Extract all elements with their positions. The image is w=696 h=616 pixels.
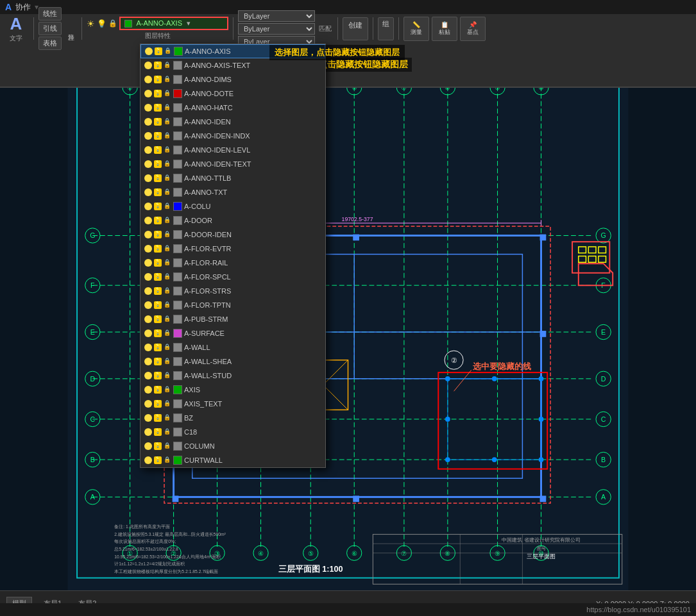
layer-item[interactable]: 💡🔒AXIS_TEXT xyxy=(140,397,325,411)
lock-icon[interactable]: 🔒 xyxy=(164,301,171,309)
sun-icon[interactable] xyxy=(144,442,152,450)
layer-item[interactable]: 💡🔒A-ANNO-IDEN-TEXT xyxy=(140,157,325,171)
lamp-icon[interactable]: 💡 xyxy=(154,217,162,224)
layer-item[interactable]: 💡🔒A-DOOR-IDEN xyxy=(140,228,325,242)
lamp-icon-1[interactable]: 💡 xyxy=(97,19,106,28)
sun-icon[interactable] xyxy=(144,372,152,379)
lamp-icon[interactable]: 💡 xyxy=(154,344,162,351)
layer-item[interactable]: 💡🔒A-ANNO-IDEN-LEVL xyxy=(140,143,325,157)
layer-item[interactable]: 💡🔒A-ANNO-TXT xyxy=(140,185,325,199)
lock-icon[interactable]: 🔒 xyxy=(164,400,171,408)
lamp-icon[interactable]: 💡 xyxy=(154,456,162,464)
layer-item[interactable]: 💡🔒CURTWALL xyxy=(140,453,325,467)
lock-icon[interactable]: 🔒 xyxy=(164,104,171,112)
sun-icon[interactable] xyxy=(144,245,152,253)
sun-icon[interactable] xyxy=(144,273,152,281)
lamp-icon[interactable]: 💡 xyxy=(154,273,162,281)
sun-icon[interactable] xyxy=(144,104,152,112)
lamp-icon[interactable]: 💡 xyxy=(154,62,162,69)
lock-icon[interactable]: 🔒 xyxy=(164,188,171,196)
sun-icon[interactable] xyxy=(144,132,152,140)
layer-item[interactable]: 💡🔒A-ANNO-AXIS xyxy=(140,44,325,58)
lock-icon[interactable]: 🔒 xyxy=(164,329,171,337)
lock-icon[interactable]: 🔒 xyxy=(164,315,171,323)
layer-item[interactable]: 💡🔒A-ANNO-IDEN xyxy=(140,115,325,129)
lock-icon[interactable]: 🔒 xyxy=(164,217,171,224)
layer-dropdown[interactable]: A-ANNO-AXIS ▾ xyxy=(119,17,228,30)
lock-icon[interactable]: 🔒 xyxy=(164,203,171,210)
layer-item[interactable]: 💡🔒A-ANNO-TTLB xyxy=(140,171,325,185)
lamp-icon[interactable]: 💡 xyxy=(154,76,162,83)
lock-icon[interactable]: 🔒 xyxy=(164,428,171,436)
create-btn[interactable]: 创建 xyxy=(343,17,368,40)
layer-item[interactable]: 💡🔒A-ANNO-AXIS-TEXT xyxy=(140,58,325,72)
paste-btn[interactable]: 📋 粘贴 xyxy=(432,17,457,41)
lock-icon[interactable]: 🔒 xyxy=(164,231,171,238)
sun-icon[interactable] xyxy=(144,146,152,154)
leader-btn[interactable]: 引线 xyxy=(38,22,62,35)
lamp-icon[interactable]: 💡 xyxy=(154,245,162,253)
sun-icon[interactable] xyxy=(144,62,152,69)
lamp-icon[interactable]: 💡 xyxy=(154,400,162,408)
sun-icon[interactable] xyxy=(144,344,152,351)
layer-item[interactable]: 💡🔒COLUMN xyxy=(140,439,325,453)
layer-item[interactable]: 💡🔒AXIS xyxy=(140,383,325,397)
lamp-icon[interactable]: 💡 xyxy=(154,90,162,97)
lamp-icon[interactable]: 💡 xyxy=(154,146,162,154)
layer-item[interactable]: 💡🔒A-PUB-STRM xyxy=(140,312,325,326)
sun-icon[interactable] xyxy=(144,315,152,323)
lock-icon[interactable]: 🔒 xyxy=(164,456,171,464)
bylayer-select-2[interactable]: ByLayer xyxy=(238,23,315,35)
base-btn[interactable]: 📌 基点 xyxy=(460,17,486,41)
layer-item[interactable]: 💡🔒A-SURFACE xyxy=(140,326,325,340)
lamp-icon[interactable]: 💡 xyxy=(154,372,162,379)
layer-item[interactable]: 💡🔒A-COLU xyxy=(140,199,325,213)
lock-icon[interactable]: 🔒 xyxy=(164,174,171,182)
layer-item[interactable]: 💡🔒A-WALL-SHEA xyxy=(140,354,325,369)
measure-btn[interactable]: 📏 测量 xyxy=(403,17,429,41)
layer-item[interactable]: 💡🔒A-FLOR-EVTR xyxy=(140,242,325,256)
lock-icon[interactable]: 🔒 xyxy=(164,118,171,126)
lock-icon[interactable]: 🔒 xyxy=(164,90,171,97)
sun-icon[interactable] xyxy=(144,259,152,267)
sun-icon[interactable] xyxy=(144,386,152,394)
sun-icon[interactable] xyxy=(144,329,152,337)
sun-icon[interactable] xyxy=(144,90,152,97)
layer-item[interactable]: 💡🔒A-FLOR-RAIL xyxy=(140,256,325,270)
lock-icon[interactable]: 🔒 xyxy=(164,442,171,450)
lamp-icon[interactable]: 💡 xyxy=(154,174,162,182)
layer-item[interactable]: 💡🔒A-ANNO-DOTE xyxy=(140,87,325,101)
layer-item[interactable]: 💡🔒A-ANNO-DIMS xyxy=(140,72,325,87)
sun-icon[interactable] xyxy=(144,414,152,422)
lock-icon[interactable]: 🔒 xyxy=(164,344,171,351)
sun-icon[interactable] xyxy=(144,287,152,295)
lock-icon[interactable]: 🔒 xyxy=(164,160,171,168)
layer-item[interactable]: 💡🔒A-FLOR-TPTN xyxy=(140,298,325,312)
lamp-icon[interactable]: 💡 xyxy=(154,358,162,365)
lock-icon[interactable]: 🔒 xyxy=(164,287,171,295)
sun-icon[interactable] xyxy=(144,203,152,210)
lock-icon-1[interactable]: 🔒 xyxy=(108,19,117,28)
sun-icon[interactable] xyxy=(144,188,152,196)
sun-icon[interactable] xyxy=(144,400,152,408)
table-btn[interactable]: 表格 xyxy=(38,37,62,50)
layer-item[interactable]: 💡🔒A-ANNO-IDEN-INDX xyxy=(140,129,325,143)
lamp-icon[interactable]: 💡 xyxy=(155,47,162,55)
layer-item[interactable]: 💡🔒A-DOOR xyxy=(140,213,325,228)
lamp-icon[interactable]: 💡 xyxy=(154,386,162,394)
lock-icon[interactable]: 🔒 xyxy=(164,245,171,253)
layer-item[interactable]: 💡🔒A-WALL xyxy=(140,340,325,354)
sun-icon[interactable] xyxy=(144,160,152,168)
layer-dropdown-wrapper[interactable]: A-ANNO-AXIS ▾ xyxy=(119,17,228,30)
layer-item[interactable]: 💡🔒BZ xyxy=(140,411,325,425)
sun-icon[interactable] xyxy=(144,358,152,365)
lock-icon[interactable]: 🔒 xyxy=(164,414,171,422)
sun-icon[interactable] xyxy=(144,428,152,436)
lamp-icon[interactable]: 💡 xyxy=(154,104,162,112)
lock-icon[interactable]: 🔒 xyxy=(164,372,171,379)
lock-icon[interactable]: 🔒 xyxy=(164,386,171,394)
lamp-icon[interactable]: 💡 xyxy=(154,414,162,422)
group-btn[interactable]: 组 xyxy=(378,17,394,40)
lamp-icon[interactable]: 💡 xyxy=(154,188,162,196)
layer-item[interactable]: 💡🔒C18 xyxy=(140,425,325,439)
